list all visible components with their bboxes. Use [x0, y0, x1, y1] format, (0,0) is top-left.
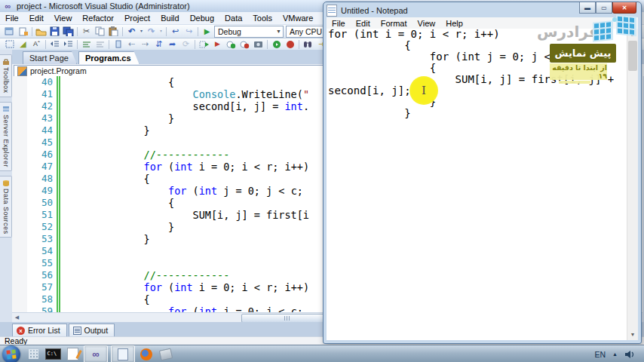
- breakpoint-margin[interactable]: [12, 185, 27, 197]
- undo-icon[interactable]: ↶: [125, 26, 138, 37]
- code-text[interactable]: for (int i = 0; i < r; i++): [60, 281, 309, 293]
- code-text[interactable]: for (int j = 0; j < c;: [60, 305, 303, 312]
- font-style-icon[interactable]: Aˆ: [30, 38, 43, 50]
- code-text[interactable]: [60, 257, 70, 269]
- breakpoint-margin[interactable]: [12, 293, 27, 305]
- notepad-menu-view[interactable]: View: [412, 19, 441, 28]
- disable-breakpoints-icon[interactable]: [238, 38, 251, 50]
- start-debug-icon[interactable]: ▶: [201, 26, 213, 37]
- debug-config-combo[interactable]: Debug▼: [214, 26, 284, 38]
- notepad-line[interactable]: second[i, j];: [328, 85, 627, 97]
- uncomment-icon[interactable]: [94, 38, 106, 50]
- breakpoint-margin[interactable]: [12, 221, 27, 233]
- code-text[interactable]: {: [60, 76, 174, 88]
- code-text[interactable]: {: [60, 173, 150, 185]
- undo-dropdown-icon[interactable]: ▾: [139, 26, 144, 37]
- breakpoint-margin[interactable]: [12, 100, 27, 112]
- redo-icon[interactable]: ↷: [145, 26, 158, 37]
- notepad-line[interactable]: }: [328, 108, 627, 119]
- vs-menu-refactor[interactable]: Refactor: [77, 13, 119, 23]
- breakpoint-margin[interactable]: [12, 233, 27, 245]
- maximize-icon[interactable]: ▭: [596, 2, 612, 14]
- new-project-icon[interactable]: [3, 26, 16, 37]
- find-symbol-icon[interactable]: [302, 38, 314, 50]
- breakpoint-margin[interactable]: [12, 161, 27, 173]
- stop-icon[interactable]: [284, 38, 296, 50]
- comment-icon[interactable]: [80, 38, 93, 50]
- breakpoint-margin[interactable]: [12, 149, 27, 161]
- pinned-grid-icon[interactable]: [25, 347, 41, 362]
- navigate-back-icon[interactable]: ↩: [169, 26, 182, 37]
- code-text[interactable]: {: [60, 197, 174, 209]
- vs-menu-view[interactable]: View: [49, 13, 78, 23]
- tab-error-list[interactable]: x Error List: [12, 324, 67, 336]
- breakpoint-margin[interactable]: [12, 137, 27, 149]
- run-query-icon[interactable]: ➦: [166, 38, 179, 50]
- notepad-vertical-scrollbar[interactable]: ▲ ▼: [627, 29, 638, 340]
- notepad-menu-edit[interactable]: Edit: [351, 19, 376, 28]
- minimize-icon[interactable]: ▬: [579, 2, 596, 14]
- open-file-icon[interactable]: [35, 26, 48, 37]
- increase-indent-icon[interactable]: [62, 38, 75, 50]
- refresh-icon[interactable]: ⟳: [179, 38, 192, 50]
- sidebar-item-server-explorer[interactable]: Server Explorer: [0, 102, 12, 171]
- breakpoint-margin[interactable]: [12, 76, 27, 88]
- paste-icon[interactable]: [107, 26, 120, 37]
- sidebar-item-toolbox[interactable]: Toolbox: [0, 54, 12, 97]
- vs-menu-debug[interactable]: Debug: [185, 13, 219, 23]
- bookmark-prev-icon[interactable]: [112, 38, 124, 50]
- code-text[interactable]: //------------: [60, 149, 229, 161]
- copy-icon[interactable]: [94, 26, 106, 37]
- navigate-forward-icon[interactable]: ↪: [182, 26, 195, 37]
- code-text[interactable]: [60, 245, 70, 257]
- notepad-menu-help[interactable]: Help: [440, 19, 468, 28]
- command-prompt-icon[interactable]: C:\: [44, 347, 61, 362]
- breakpoint-margin[interactable]: [12, 305, 27, 312]
- close-icon[interactable]: ✕: [612, 2, 636, 14]
- firefox-icon[interactable]: [138, 347, 155, 362]
- save-icon[interactable]: [48, 26, 61, 37]
- text-editor-icon[interactable]: [64, 347, 81, 362]
- code-text[interactable]: [60, 137, 70, 149]
- code-text[interactable]: }: [60, 112, 174, 124]
- code-text[interactable]: SUM[i, j] = first[i: [60, 209, 309, 221]
- notepad-line[interactable]: for (int i = 0; i < r; i++): [328, 29, 627, 40]
- vs-menu-tools[interactable]: Tools: [247, 13, 278, 23]
- breakpoint-margin[interactable]: [12, 245, 27, 257]
- snapshot-icon[interactable]: [252, 38, 265, 50]
- tab-program-cs[interactable]: Program.cs: [78, 51, 140, 64]
- breakpoint-margin[interactable]: [12, 112, 27, 124]
- continue-icon[interactable]: [270, 38, 283, 50]
- step-into-icon[interactable]: ▶: [211, 38, 224, 50]
- add-item-icon[interactable]: [17, 26, 29, 37]
- visual-studio-taskbar-button[interactable]: ∞: [84, 345, 108, 362]
- new-breakpoint-icon[interactable]: [225, 38, 238, 50]
- breakpoint-margin[interactable]: [12, 197, 27, 209]
- breakpoint-margin[interactable]: [12, 257, 27, 269]
- attach-icon[interactable]: ⇵: [152, 38, 165, 50]
- notepad-menu-file[interactable]: File: [327, 19, 351, 28]
- code-text[interactable]: Console.WriteLine(": [60, 88, 309, 100]
- decrease-indent-icon[interactable]: [48, 38, 61, 50]
- breakpoint-margin[interactable]: [12, 173, 27, 185]
- code-text[interactable]: for (int i = 0; i < r; i++): [60, 161, 309, 173]
- notepad-menu-format[interactable]: Format: [376, 19, 412, 28]
- scroll-down-icon[interactable]: ▼: [627, 329, 638, 340]
- sidebar-item-data-sources[interactable]: Data Sources: [0, 176, 12, 238]
- tab-output[interactable]: Output: [69, 324, 115, 336]
- vs-menu-edit[interactable]: Edit: [24, 13, 49, 23]
- vs-menu-build[interactable]: Build: [155, 13, 184, 23]
- scroll-up-icon[interactable]: ▲: [627, 29, 638, 40]
- breakpoint-margin[interactable]: [12, 281, 27, 293]
- breakpoint-margin[interactable]: [12, 209, 27, 221]
- scrollbar-thumb[interactable]: [628, 41, 637, 71]
- breakpoint-margin[interactable]: [12, 269, 27, 281]
- vs-menu-project[interactable]: Project: [119, 13, 155, 23]
- code-text[interactable]: for (int j = 0; j < c;: [60, 185, 303, 197]
- code-text[interactable]: }: [60, 233, 150, 245]
- breakpoint-margin[interactable]: [12, 124, 27, 137]
- vs-menu-vmware[interactable]: VMware: [278, 13, 318, 23]
- scroll-left-icon[interactable]: ◀: [12, 313, 22, 322]
- vs-menu-data[interactable]: Data: [219, 13, 247, 23]
- notepad-line[interactable]: }: [328, 97, 627, 108]
